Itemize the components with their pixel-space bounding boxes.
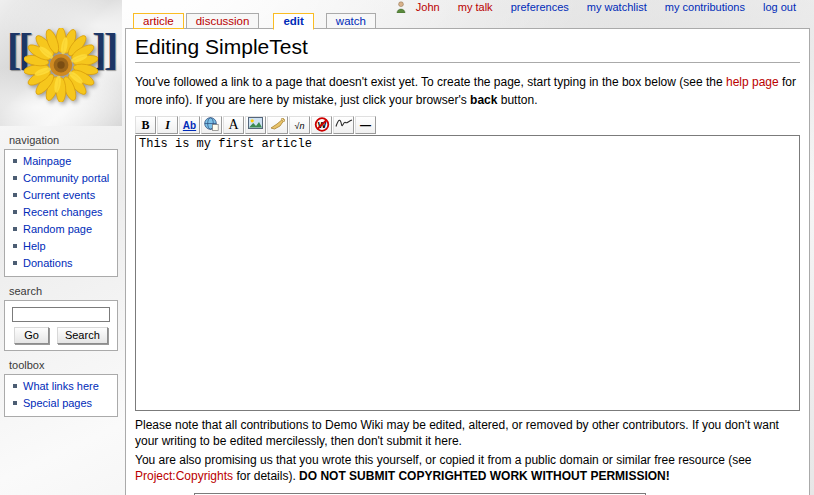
content-area: articlediscussioneditwatch Editing Simpl… (125, 28, 810, 495)
signature-icon[interactable] (333, 116, 354, 134)
log-out-link[interactable]: log out (763, 1, 796, 13)
my-contributions-link[interactable]: my contributions (665, 1, 745, 13)
wiki-edit-page: John my talk preferences my watchlist my… (0, 0, 814, 495)
bullet-icon (13, 261, 17, 265)
bullet-icon (13, 227, 17, 231)
image-icon[interactable] (245, 116, 266, 134)
horizontal-rule-icon[interactable]: — (355, 116, 376, 134)
navigation-title: navigation (9, 134, 118, 146)
page-title: Editing SimpleTest (135, 35, 800, 63)
bullet-icon (13, 210, 17, 214)
tab-discussion[interactable]: discussion (186, 13, 260, 29)
toolbox-portlet: toolbox What links here Special pages (4, 359, 118, 417)
italic-icon[interactable]: I (157, 116, 178, 134)
sidebar-item-random-page[interactable]: Random page (5, 221, 117, 238)
my-watchlist-link[interactable]: my watchlist (587, 1, 647, 13)
copyright-notice: You are also promising us that you wrote… (135, 452, 800, 484)
tab-watch[interactable]: watch (326, 13, 376, 29)
internal-link-icon[interactable]: Ab (179, 116, 200, 134)
bullet-icon (13, 401, 17, 405)
go-button[interactable]: Go (14, 327, 49, 344)
wiki-logo[interactable]: [[ (0, 0, 122, 126)
page-tabs: articlediscussioneditwatch (133, 13, 376, 29)
bullet-icon (13, 176, 17, 180)
external-link-icon[interactable] (201, 116, 222, 134)
article-edit-textarea[interactable]: This is my first article (135, 135, 800, 411)
project-copyrights-link[interactable]: Project:Copyrights (135, 469, 233, 483)
bold-icon[interactable]: B (135, 116, 156, 134)
copyright-warning-bold: DO NOT SUBMIT COPYRIGHTED WORK WITHOUT P… (299, 469, 670, 483)
bullet-icon (13, 193, 17, 197)
toolbox-title: toolbox (9, 359, 118, 371)
sidebar-item-help[interactable]: Help (5, 238, 117, 255)
tab-article[interactable]: article (133, 13, 184, 29)
user-page-link[interactable]: John (416, 1, 440, 13)
sidebar-item-current-events[interactable]: Current events (5, 187, 117, 204)
sidebar-item-mainpage[interactable]: Mainpage (5, 153, 117, 170)
sunflower-icon (24, 28, 98, 102)
search-input[interactable] (12, 307, 110, 322)
bullet-icon (13, 384, 17, 388)
bullet-icon (13, 159, 17, 163)
navigation-portlet: navigation Mainpage Community portal Cur… (4, 134, 118, 277)
headline-icon[interactable]: A (223, 116, 244, 134)
help-page-link[interactable]: help page (726, 75, 779, 89)
bullet-icon (13, 244, 17, 248)
sidebar: [[ (0, 0, 122, 417)
toolbox-item-what-links-here[interactable]: What links here (5, 378, 117, 395)
back-bold-text: back (470, 93, 497, 107)
tab-edit[interactable]: edit (273, 13, 313, 30)
search-button[interactable]: Search (57, 327, 108, 344)
search-portlet: search GoSearch (4, 285, 118, 351)
search-title: search (9, 285, 118, 297)
person-icon (396, 1, 406, 13)
edit-toolbar: BIAbA√nW— (135, 116, 800, 135)
media-file-icon[interactable] (267, 116, 288, 134)
toolbox-item-special-pages[interactable]: Special pages (5, 395, 117, 412)
edit-intro-text: You've followed a link to a page that do… (135, 73, 800, 109)
edit-notices: Please note that all contributions to De… (135, 417, 800, 484)
my-talk-link[interactable]: my talk (458, 1, 493, 13)
nowiki-icon[interactable]: W (311, 116, 332, 134)
personal-bar: John my talk preferences my watchlist my… (396, 1, 796, 13)
sidebar-item-community-portal[interactable]: Community portal (5, 170, 117, 187)
contributions-notice: Please note that all contributions to De… (135, 417, 800, 449)
preferences-link[interactable]: preferences (511, 1, 569, 13)
sidebar-item-recent-changes[interactable]: Recent changes (5, 204, 117, 221)
math-icon[interactable]: √n (289, 116, 310, 134)
sidebar-item-donations[interactable]: Donations (5, 255, 117, 272)
